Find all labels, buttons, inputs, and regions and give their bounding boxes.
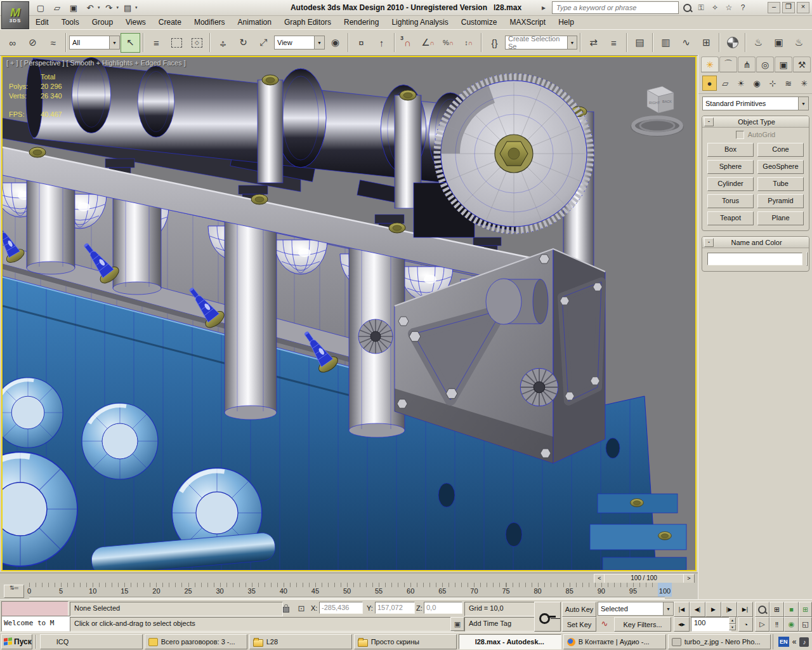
project-dropdown-icon[interactable]: ▾ [135,5,138,10]
track-bar-ruler[interactable]: 0510152025303540455055606570758085909510… [29,583,665,599]
render-setup-icon[interactable]: ♨ [749,33,768,53]
restore-button[interactable]: ❐ [782,2,795,13]
select-and-link-icon[interactable]: ∞ [3,33,22,53]
menu-item[interactable]: Rendering [337,16,385,29]
window-crossing-icon[interactable]: ◇ [187,33,207,53]
communication-center-icon[interactable]: ✧ [709,2,721,13]
taskbar-window-button[interactable]: Просто скрины [354,634,457,649]
tray-icon-audio[interactable]: ♪ [799,637,809,647]
reference-coordinate-system-dropdown[interactable]: View▼ [274,36,325,50]
maxscript-macro-recorder[interactable] [1,601,69,616]
menu-item[interactable]: Lighting Analysis [385,16,454,29]
key-scope-dropdown[interactable]: Selected▼ [598,602,674,616]
primitive-category-dropdown[interactable]: Standard Primitives ▼ [702,96,809,110]
field-of-view-button[interactable]: ▷ [755,617,769,632]
undo-icon[interactable]: ↶ [82,1,98,15]
edit-named-selection-sets-icon[interactable]: {} [485,33,504,53]
render-production-icon[interactable]: ♨ [789,33,809,53]
select-and-manipulate-icon[interactable]: ¤ [351,33,371,53]
category-lights-icon[interactable]: ☀ [734,76,749,91]
angle-snap-icon[interactable]: ∠∩ [418,33,438,53]
open-file-icon[interactable]: ▱ [49,1,65,15]
subscription-key-icon[interactable]: ⚿ [695,2,707,13]
absolute-offset-mode-icon[interactable]: ⊡ [294,602,308,614]
category-cameras-icon[interactable]: ◉ [750,76,764,91]
track-bar[interactable]: ⇅═ 0510152025303540455055606570758085909… [0,583,698,600]
primitive-button[interactable]: Torus [707,194,754,208]
primitive-button[interactable]: GeoSphere [757,160,804,174]
dropdown-arrow-icon[interactable]: ▼ [663,602,673,615]
select-by-name-icon[interactable]: ≡ [147,33,166,53]
primitive-button[interactable]: Box [707,143,754,157]
taskbar-window-button[interactable]: В Контакте | Аудио -... [563,634,666,649]
zoom-extents-button[interactable]: ■ [784,602,799,617]
menu-item[interactable]: Tools [55,16,86,29]
category-spacewarps-icon[interactable]: ≋ [781,76,796,91]
maximize-viewport-toggle[interactable]: ◱ [799,617,812,632]
tab-display[interactable]: ▣ [775,56,792,72]
primitive-button[interactable]: Cone [757,143,804,157]
new-file-icon[interactable]: ▢ [33,1,48,15]
spinner-snap-icon[interactable]: ↕∩ [459,33,478,53]
taskbar-window-button[interactable]: Всего разговоров: 3 -... [145,634,247,649]
application-menu-button[interactable]: M 3DS [1,1,29,29]
set-keys-button[interactable] [534,602,561,632]
time-configuration-button[interactable]: ◔ [738,617,753,632]
key-mode-toggle[interactable]: ◀▶ [674,617,690,632]
layer-manager-icon[interactable]: ▤ [630,33,650,53]
primitive-button[interactable]: Plane [757,211,804,225]
spinner-down-icon[interactable]: ▼ [729,624,736,631]
auto-key-button[interactable]: Auto Key [562,602,596,617]
use-pivot-point-icon[interactable]: ◉ [325,33,345,53]
favorites-star-icon[interactable]: ☆ [723,2,735,13]
viewport-label[interactable]: [ + ] [ Perspective ] [ Smooth + Highlig… [6,59,186,67]
play-animation-button[interactable]: ▶ [705,602,721,617]
menu-item[interactable]: MAXScript [503,16,552,29]
time-tag-cube-icon[interactable]: ▣ [450,617,464,631]
collapse-icon[interactable]: - [704,238,714,247]
undo-dropdown-icon[interactable]: ▾ [98,5,100,10]
dropdown-arrow-icon[interactable]: ▼ [798,97,808,110]
percent-snap-icon[interactable]: %∩ [438,33,458,53]
frame-spinner[interactable]: ▲ ▼ [729,617,736,630]
schematic-view-icon[interactable]: ⊞ [697,33,716,53]
snaps-toggle-icon[interactable]: 3∩ [398,33,417,53]
tab-create[interactable]: ✳ [701,56,719,72]
menu-item[interactable]: Animation [232,16,278,29]
category-helpers-icon[interactable]: ⊹ [765,76,780,91]
set-key-button[interactable]: Set Key [562,617,596,632]
perspective-viewport[interactable]: [ + ] [ Perspective ] [ Smooth + Highlig… [1,56,697,571]
rectangular-selection-region-icon[interactable] [167,33,187,53]
previous-frame-button[interactable]: ◀| [690,602,705,617]
search-icon[interactable] [681,2,693,13]
primitive-button[interactable]: Cylinder [707,177,754,191]
autogrid-checkbox[interactable] [736,131,744,139]
menu-item[interactable]: Group [86,16,119,29]
curve-editor-icon[interactable]: ∿ [676,33,696,53]
container-icon[interactable]: ▥ [656,33,676,53]
mirror-icon[interactable]: ⇄ [584,33,603,53]
primitive-button[interactable]: Sphere [707,160,754,174]
object-name-input[interactable] [707,253,802,265]
selection-filter-dropdown[interactable]: All▼ [69,36,120,50]
object-color-swatch[interactable] [806,252,808,266]
dropdown-arrow-icon[interactable]: ▼ [314,36,324,49]
tray-collapse-icon[interactable]: « [792,637,797,646]
unlink-selection-icon[interactable]: ⊘ [23,33,43,53]
collapse-icon[interactable]: - [704,117,714,126]
dropdown-arrow-icon[interactable]: ▼ [567,36,577,49]
tab-modify[interactable]: ⌒ [719,56,737,72]
taskbar-window-button[interactable]: l28.max - Autodesk... [459,634,561,649]
category-systems-icon[interactable]: ✳ [797,76,811,91]
mini-curve-editor-button[interactable]: ⇅═ [4,585,24,598]
dropdown-arrow-icon[interactable]: ▼ [109,36,119,49]
next-frame-button[interactable]: |▶ [721,602,737,617]
time-slider-handle[interactable]: 100 / 100 [604,574,684,583]
walk-through-button[interactable]: ‼ [769,617,784,632]
go-to-end-button[interactable]: ▶| [737,602,753,617]
search-go-icon[interactable]: ▸ [538,2,549,13]
taskbar-window-button[interactable]: ICQ [40,634,143,649]
tab-motion[interactable]: ◎ [756,56,774,72]
save-file-icon[interactable]: ▣ [66,1,81,15]
maxscript-mini-listener[interactable]: Welcome to M [1,616,70,632]
